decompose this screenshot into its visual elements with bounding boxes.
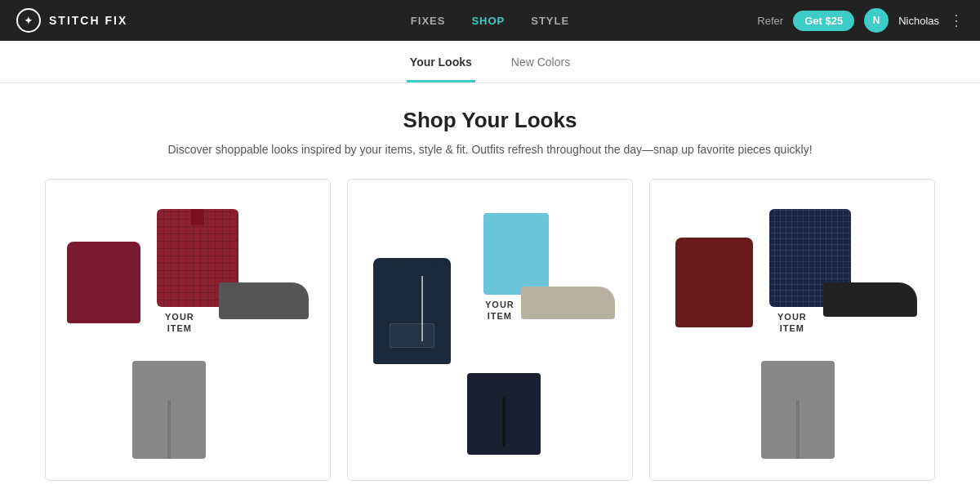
get25-button[interactable]: Get $25 xyxy=(793,11,854,31)
subnav: Your Looks New Colors xyxy=(0,41,980,83)
tab-your-looks[interactable]: Your Looks xyxy=(407,41,475,82)
item-pants-3 xyxy=(761,361,835,459)
item-shoes-1 xyxy=(219,282,309,319)
flannel-collar xyxy=(191,209,204,225)
nav-fixes[interactable]: FIXES xyxy=(411,15,446,27)
look-card-1[interactable]: YOURITEM xyxy=(45,179,331,481)
hoodie-pocket xyxy=(390,323,434,348)
outfit-grid-3: YOURITEM xyxy=(663,193,921,467)
outfit-grid-1: YOURITEM xyxy=(59,193,317,467)
outfit-grid-2: YOURITEM xyxy=(361,193,619,467)
avatar: N xyxy=(864,8,889,33)
navbar: ✦ STITCH FIX FIXES SHOP STYLE Refer Get … xyxy=(0,0,980,41)
cards-container: YOURITEM YOURITEM xyxy=(33,179,947,481)
nav-right: Refer Get $25 N Nicholas ⋮ xyxy=(757,8,964,33)
your-item-badge-1: YOURITEM xyxy=(165,311,194,335)
brand-logo: ✦ xyxy=(16,8,41,33)
nav-shop[interactable]: SHOP xyxy=(471,15,505,27)
look-card-3[interactable]: YOURITEM xyxy=(649,179,935,481)
item-pants-1 xyxy=(132,361,206,459)
look-card-2[interactable]: YOURITEM xyxy=(347,179,633,481)
item-shoes-2 xyxy=(521,287,615,319)
item-tank xyxy=(483,213,549,295)
brand: ✦ STITCH FIX xyxy=(16,8,127,33)
item-sweater xyxy=(67,242,140,323)
item-shoes-3 xyxy=(823,282,917,317)
more-options-icon[interactable]: ⋮ xyxy=(949,11,964,29)
item-shorts xyxy=(467,373,541,455)
your-item-badge-3: YOURITEM xyxy=(777,311,807,335)
nav-links: FIXES SHOP STYLE xyxy=(411,15,569,27)
brand-name: STITCH FIX xyxy=(49,14,127,27)
nav-style[interactable]: STYLE xyxy=(531,15,569,27)
item-hoodie xyxy=(373,258,451,364)
page-subtitle: Discover shoppable looks inspired by you… xyxy=(33,143,947,156)
refer-label: Refer xyxy=(757,15,783,27)
main-content: Shop Your Looks Discover shoppable looks… xyxy=(0,83,980,498)
your-item-badge-2: YOURITEM xyxy=(485,299,514,322)
tab-new-colors[interactable]: New Colors xyxy=(508,41,573,82)
username: Nicholas xyxy=(898,15,939,27)
page-title: Shop Your Looks xyxy=(33,108,947,133)
item-sweater-3 xyxy=(675,238,753,327)
hoodie-zipper xyxy=(421,276,423,341)
